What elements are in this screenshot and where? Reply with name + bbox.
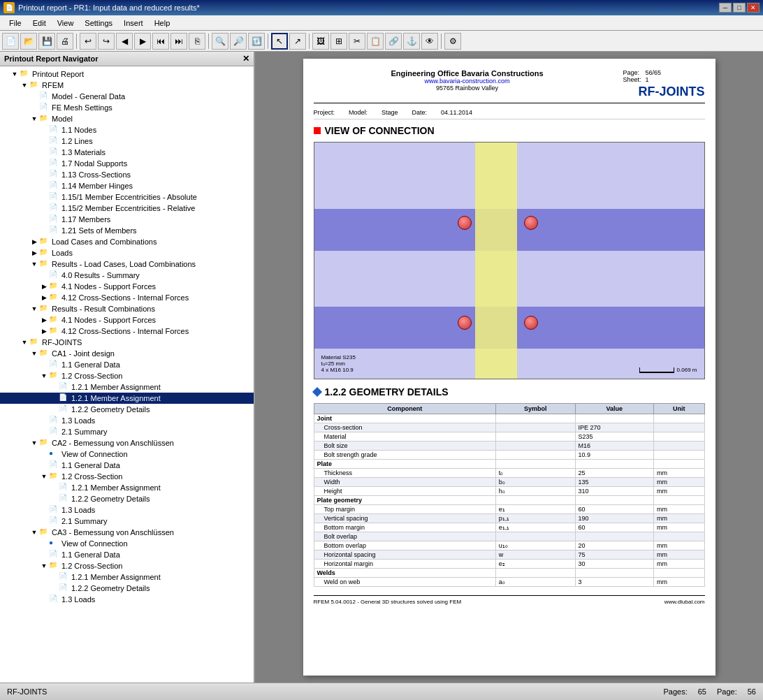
exp[interactable]: ▼	[29, 439, 39, 446]
pointer-button[interactable]: ↗	[289, 33, 306, 50]
model-expander[interactable]: ▼	[29, 115, 39, 122]
tree-ca2-loads[interactable]: 📄 1.3 Loads	[0, 504, 254, 516]
tool-paste-button[interactable]: 📋	[367, 33, 384, 50]
menu-insert[interactable]: Insert	[118, 17, 149, 29]
preview-button[interactable]: 👁	[421, 33, 438, 50]
tree-rf-joints[interactable]: ▼ 📁 RF-JOINTS	[0, 337, 254, 348]
tree-ca2-summary[interactable]: 📄 2.1 Summary	[0, 516, 254, 527]
tree-ca3-geom[interactable]: 📄 1.2.2 Geometry Details	[0, 583, 254, 594]
tree-materials[interactable]: 📄 1.3 Materials	[0, 147, 254, 158]
minimize-button[interactable]: ─	[719, 3, 732, 13]
tree-sets-members[interactable]: 📄 1.21 Sets of Members	[0, 225, 254, 236]
tree-nodal-supports[interactable]: 📄 1.7 Nodal Supports	[0, 158, 254, 169]
tree-nodes[interactable]: 📄 1.1 Nodes	[0, 124, 254, 136]
tree-rfem[interactable]: ▼ 📁 RFEM	[0, 80, 254, 91]
root-expander[interactable]: ▼	[10, 71, 20, 78]
tree-rc-cross[interactable]: ▶ 📁 4.12 Cross-Sections - Internal Force…	[0, 326, 254, 337]
close-button[interactable]: ✕	[747, 3, 760, 13]
content-panel[interactable]: Engineering Office Bavaria Constructions…	[255, 52, 763, 683]
zoom-out-button[interactable]: 🔎	[230, 33, 247, 50]
menu-help[interactable]: Help	[149, 17, 176, 29]
exp[interactable]: ▶	[29, 238, 39, 245]
tree-results-cross[interactable]: ▶ 📁 4.12 Cross-Sections - Internal Force…	[0, 292, 254, 303]
menu-view[interactable]: View	[52, 17, 80, 29]
link-button[interactable]: 🔗	[385, 33, 402, 50]
tree-ca3-cross[interactable]: ▼ 📁 1.2 Cross-Section	[0, 560, 254, 571]
nav-first-button[interactable]: ⏮	[152, 33, 169, 50]
tree-ca3-general[interactable]: 📄 1.1 General Data	[0, 549, 254, 560]
new-button[interactable]: 📄	[2, 33, 19, 50]
tree-ca3-loads[interactable]: 📄 1.3 Loads	[0, 594, 254, 605]
tree-model-general[interactable]: 📄 Model - General Data	[0, 91, 254, 102]
tree-member-ecc-rel[interactable]: 📄 1.15/2 Member Eccentricities - Relativ…	[0, 203, 254, 214]
tree-ca1-geom[interactable]: 📄 1.2.2 Geometry Details	[0, 404, 254, 415]
redo-button[interactable]: ↪	[98, 33, 115, 50]
tree-results-summary[interactable]: 📄 4.0 Results - Summary	[0, 270, 254, 281]
exp[interactable]: ▼	[29, 350, 39, 357]
tree-ca2-cross[interactable]: ▼ 📁 1.2 Cross-Section	[0, 471, 254, 482]
exp[interactable]: ▶	[39, 294, 49, 301]
tree-ca2[interactable]: ▼ 📁 CA2 - Bemessung von Anschlüssen	[0, 437, 254, 449]
rfem-expander[interactable]: ▼	[20, 82, 29, 89]
tree-ca1-summary[interactable]: 📄 2.1 Summary	[0, 426, 254, 437]
tree-root[interactable]: ▼ 📁 Printout Report	[0, 68, 254, 80]
tree-fe-mesh[interactable]: 📄 FE Mesh Settings	[0, 102, 254, 113]
zoom-in-button[interactable]: 🔍	[212, 33, 228, 50]
menu-settings[interactable]: Settings	[79, 17, 118, 29]
tree-lines[interactable]: 📄 1.2 Lines	[0, 136, 254, 147]
nav-prev-button[interactable]: ◀	[116, 33, 133, 50]
tree-model-folder[interactable]: ▼ 📁 Model	[0, 113, 254, 124]
open-button[interactable]: 📂	[20, 33, 37, 50]
exp[interactable]: ▼	[29, 529, 39, 536]
tree-cross-sections[interactable]: 📄 1.13 Cross-Sections	[0, 169, 254, 180]
exp[interactable]: ▶	[39, 316, 49, 323]
navigator-close-button[interactable]: ✕	[242, 54, 249, 64]
exp[interactable]: ▼	[29, 305, 39, 312]
tree-ca2-view[interactable]: ● View of Connection	[0, 449, 254, 460]
undo-button[interactable]: ↩	[80, 33, 96, 50]
menu-file[interactable]: File	[3, 17, 27, 29]
exp[interactable]: ▶	[39, 328, 49, 335]
exp[interactable]: ▼	[39, 562, 49, 569]
tree-ca1-view-selected[interactable]: 📄 1.2.1 Member Assignment	[0, 393, 254, 404]
exp[interactable]: ▼	[29, 261, 39, 268]
tree-members[interactable]: 📄 1.17 Members	[0, 214, 254, 225]
tree-results-lc[interactable]: ▼ 📁 Results - Load Cases, Load Combinati…	[0, 258, 254, 270]
tree-ca1[interactable]: ▼ 📁 CA1 - Joint design	[0, 348, 254, 359]
tree-load-cases[interactable]: ▶ 📁 Load Cases and Combinations	[0, 236, 254, 247]
tree-ca2-geom[interactable]: 📄 1.2.2 Geometry Details	[0, 493, 254, 504]
exp[interactable]: ▼	[20, 339, 29, 346]
tree-ca2-general[interactable]: 📄 1.1 General Data	[0, 460, 254, 471]
exp[interactable]: ▶	[29, 249, 39, 256]
tree-ca2-member-assign[interactable]: 📄 1.2.1 Member Assignment	[0, 482, 254, 493]
tree-ca3-member-assign[interactable]: 📄 1.2.1 Member Assignment	[0, 571, 254, 583]
tree-ca1-general[interactable]: 📄 1.1 General Data	[0, 359, 254, 370]
copy-button[interactable]: ⎘	[189, 33, 205, 50]
navigator-tree[interactable]: ▼ 📁 Printout Report ▼ 📁 RFEM 📄 Model - G…	[0, 66, 254, 683]
insert-img-button[interactable]: 🖼	[312, 33, 329, 50]
insert-table-button[interactable]: ⊞	[330, 33, 347, 50]
nav-next-button[interactable]: ▶	[134, 33, 151, 50]
tree-ca3[interactable]: ▼ 📁 CA3 - Bemessung von Anschlüssen	[0, 527, 254, 538]
nav-last-button[interactable]: ⏭	[170, 33, 187, 50]
tree-member-ecc-abs[interactable]: 📄 1.15/1 Member Eccentricities - Absolut…	[0, 191, 254, 203]
refresh-button[interactable]: 🔃	[248, 33, 265, 50]
tree-member-hinges[interactable]: 📄 1.14 Member Hinges	[0, 180, 254, 191]
tool-cut-button[interactable]: ✂	[349, 33, 365, 50]
anchor-button[interactable]: ⚓	[403, 33, 420, 50]
tree-ca1-member-assign[interactable]: 📄 1.2.1 Member Assignment	[0, 381, 254, 393]
save-button[interactable]: 💾	[38, 33, 55, 50]
tree-rc-nodes[interactable]: ▶ 📁 4.1 Nodes - Support Forces	[0, 314, 254, 326]
tree-results-nodes[interactable]: ▶ 📁 4.1 Nodes - Support Forces	[0, 281, 254, 292]
tree-ca3-view[interactable]: ● View of Connection	[0, 538, 254, 549]
select-button[interactable]: ↖	[271, 33, 288, 50]
exp[interactable]: ▼	[39, 372, 49, 379]
exp[interactable]: ▼	[39, 473, 49, 480]
tree-ca1-cross[interactable]: ▼ 📁 1.2 Cross-Section	[0, 370, 254, 381]
settings-button[interactable]: ⚙	[444, 33, 461, 50]
menu-edit[interactable]: Edit	[27, 17, 52, 29]
tree-loads[interactable]: ▶ 📁 Loads	[0, 247, 254, 258]
print-button[interactable]: 🖨	[57, 33, 73, 50]
tree-ca1-loads[interactable]: 📄 1.3 Loads	[0, 415, 254, 426]
exp[interactable]: ▶	[39, 283, 49, 290]
